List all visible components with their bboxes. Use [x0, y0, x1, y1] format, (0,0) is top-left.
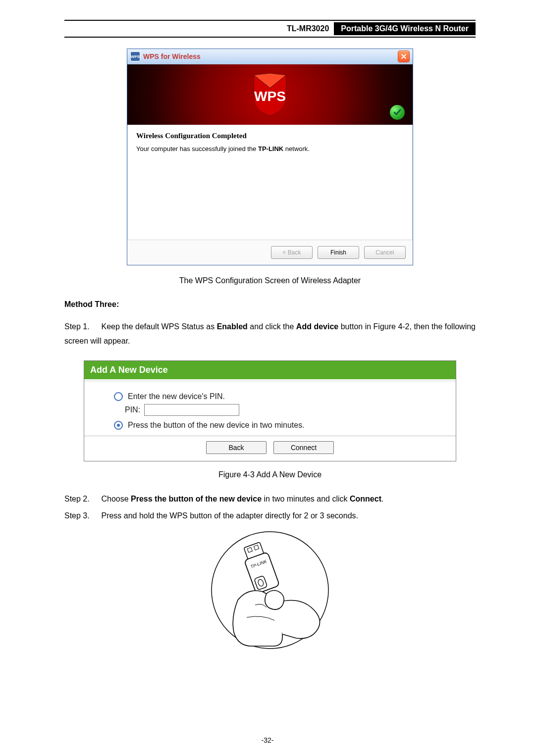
adapter-illustration: TP-LINK — [64, 528, 476, 652]
wps-status-message: Your computer has successfully joined th… — [136, 145, 404, 152]
option-enter-pin[interactable]: Enter the new device's PIN. — [94, 392, 446, 401]
option-press-button-label: Press the button of the new device in tw… — [128, 421, 305, 430]
wps-status-post: network. — [283, 145, 310, 152]
back-button: < Back — [271, 246, 313, 259]
step-1-text-a: Keep the default WPS Status as — [101, 322, 216, 331]
step-2: Step 2. Choose Press the button of the n… — [64, 492, 476, 506]
model-number: TL-MR3020 — [282, 22, 334, 35]
option-press-button[interactable]: Press the button of the new device in tw… — [94, 421, 446, 430]
step-2-label: Step 2. — [64, 492, 99, 506]
cancel-button: Cancel — [364, 246, 406, 259]
wps-network-name: TP-LINK — [258, 145, 283, 152]
step-3-label: Step 3. — [64, 509, 99, 523]
svg-text:WPS: WPS — [254, 89, 286, 104]
wps-logo-icon: WPS — [250, 72, 290, 117]
checkmark-icon — [390, 105, 405, 120]
wps-caption: The WPS Configuration Screen of Wireless… — [64, 276, 476, 285]
step-1-bold-a: Enabled — [217, 322, 248, 331]
method-heading: Method Three: — [64, 300, 476, 309]
step-2-text-a: Choose — [101, 495, 131, 503]
step-2-text-c: . — [381, 495, 383, 503]
close-icon[interactable] — [398, 50, 410, 62]
wps-titlebar: WPS WPS for Wireless — [127, 49, 413, 64]
pin-row: PIN: — [94, 404, 446, 416]
radio-icon[interactable] — [114, 421, 123, 430]
wps-banner: WPS — [127, 64, 413, 125]
back-button[interactable]: Back — [206, 441, 267, 454]
finish-button[interactable]: Finish — [318, 246, 359, 259]
step-3: Step 3. Press and hold the WPS button of… — [64, 509, 476, 523]
step-1-bold-b: Add device — [296, 322, 338, 331]
step-2-bold-a: Press the button of the new device — [131, 495, 262, 503]
model-description: Portable 3G/4G Wireless N Router — [334, 22, 476, 35]
step-1: Step 1. Keep the default WPS Status as E… — [64, 320, 476, 349]
step-2-text-b: in two minutes and click — [262, 495, 350, 503]
wps-body: Wireless Configuration Completed Your co… — [127, 125, 413, 240]
figure-caption: Figure 4-3 Add A New Device — [64, 470, 476, 479]
wps-status-title: Wireless Configuration Completed — [136, 132, 404, 140]
pin-label: PIN: — [125, 405, 140, 414]
step-1-text-b: and click the — [248, 322, 296, 331]
add-device-panel: Add A New Device Enter the new device's … — [84, 360, 456, 461]
wps-dialog: WPS WPS for Wireless WPS — [127, 49, 413, 265]
wps-status-pre: Your computer has successfully joined th… — [136, 145, 258, 152]
step-2-bold-b: Connect — [350, 495, 381, 503]
radio-icon[interactable] — [114, 392, 123, 401]
add-device-title: Add A New Device — [84, 361, 456, 379]
step-3-text: Press and hold the WPS button of the ada… — [101, 511, 358, 520]
doc-header: TL-MR3020 Portable 3G/4G Wireless N Rout… — [64, 20, 476, 38]
pin-input[interactable] — [144, 404, 239, 416]
option-enter-pin-label: Enter the new device's PIN. — [128, 392, 225, 401]
connect-button[interactable]: Connect — [273, 441, 334, 454]
wps-title: WPS for Wireless — [143, 52, 398, 60]
add-device-footer: Back Connect — [84, 436, 456, 461]
wps-footer: < Back Finish Cancel — [127, 240, 413, 265]
wps-app-icon: WPS — [130, 51, 140, 61]
add-device-body: Enter the new device's PIN. PIN: Press t… — [84, 381, 456, 436]
step-1-label: Step 1. — [64, 320, 99, 334]
page-number: -32- — [0, 736, 535, 744]
